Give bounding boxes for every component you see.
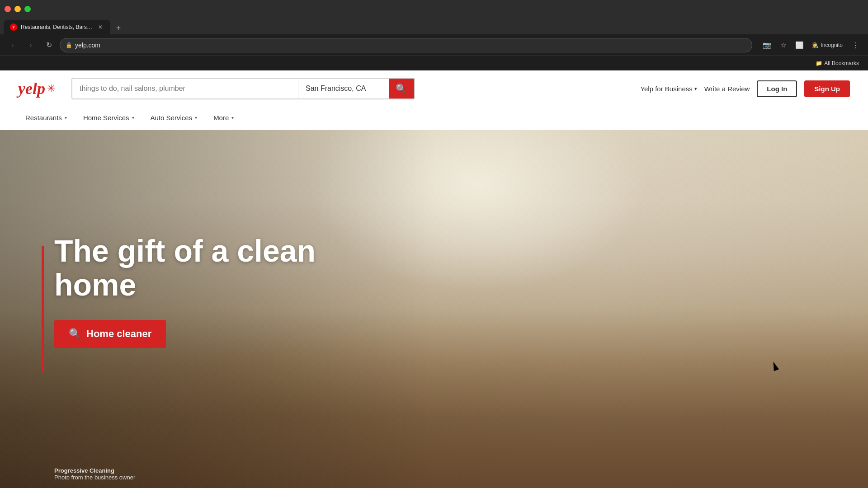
address-bar[interactable]: 🔒 yelp.com xyxy=(60,38,752,52)
hero-content: The gift of a clean home 🔍 Home cleaner xyxy=(0,130,868,488)
left-accent-bar xyxy=(42,246,44,372)
signup-button[interactable]: Sign Up xyxy=(804,80,850,97)
bookmarks-bar: 📁 All Bookmarks xyxy=(0,56,868,70)
back-button[interactable]: ‹ xyxy=(5,38,20,52)
browser-tabs: Y Restaurants, Dentists, Bars, Bea ✕ + xyxy=(0,18,868,34)
nav-home-services-label: Home Services xyxy=(83,114,129,122)
nav-more-chevron: ▾ xyxy=(231,115,234,120)
nav-auto-services-chevron: ▾ xyxy=(195,115,197,120)
forward-button[interactable]: › xyxy=(24,38,38,52)
nav-restaurants-chevron: ▾ xyxy=(65,115,67,120)
reload-button[interactable]: ↻ xyxy=(42,38,56,52)
incognito-label: Incognito xyxy=(821,42,843,48)
reload-icon: ↻ xyxy=(46,41,52,49)
search-container: 🔍 xyxy=(71,78,415,99)
menu-button[interactable]: ⋮ xyxy=(848,38,863,52)
browser-titlebar xyxy=(0,0,868,18)
hero-section: yelp ✳ 🔍 Yelp for Business ▾ Write a Rev… xyxy=(0,70,868,488)
search-icon: 🔍 xyxy=(396,83,407,94)
hero-title: The gift of a clean home xyxy=(54,234,326,302)
hero-title-line1: The gift of a clean xyxy=(54,234,316,268)
home-cleaner-button[interactable]: 🔍 Home cleaner xyxy=(54,320,166,348)
new-tab-button[interactable]: + xyxy=(112,22,125,34)
yelp-for-business-link[interactable]: Yelp for Business ▾ xyxy=(640,85,697,93)
all-bookmarks-label: All Bookmarks xyxy=(824,60,859,66)
browser-toolbar: ‹ › ↻ 🔒 yelp.com 📷̷ ☆ ⬜ 🕵 Incognito xyxy=(0,34,868,56)
lock-icon: 🔒 xyxy=(66,42,72,48)
active-tab[interactable]: Y Restaurants, Dentists, Bars, Bea ✕ xyxy=(4,20,110,34)
bookmarks-folder-icon: 📁 xyxy=(816,60,822,66)
login-button[interactable]: Log In xyxy=(757,80,797,97)
yelp-logo[interactable]: yelp ✳ xyxy=(18,79,55,98)
toolbar-actions: 📷̷ ☆ ⬜ 🕵 Incognito ⋮ xyxy=(760,38,863,52)
star-icon: ☆ xyxy=(780,41,786,49)
nav-item-restaurants[interactable]: Restaurants ▾ xyxy=(18,107,74,130)
hero-title-line2: home xyxy=(54,267,136,302)
home-cleaner-label: Home cleaner xyxy=(86,328,151,340)
tab-close-button[interactable]: ✕ xyxy=(97,23,104,31)
nav-item-auto-services[interactable]: Auto Services ▾ xyxy=(143,107,205,130)
photo-credit: Progressive Cleaning Photo from the busi… xyxy=(54,467,135,481)
split-view-button[interactable]: ⬜ xyxy=(792,38,807,52)
window-controls xyxy=(5,6,31,12)
photo-credit-caption: Photo from the business owner xyxy=(54,474,135,481)
nav-home-services-chevron: ▾ xyxy=(132,115,134,120)
search-what-input[interactable] xyxy=(72,79,298,99)
browser-chrome: Y Restaurants, Dentists, Bars, Bea ✕ + ‹… xyxy=(0,0,868,70)
header-actions: Yelp for Business ▾ Write a Review Log I… xyxy=(640,80,850,97)
search-button[interactable]: 🔍 xyxy=(389,79,414,99)
window-minimize-button[interactable] xyxy=(14,6,21,12)
incognito-indicator[interactable]: 🕵 Incognito xyxy=(808,40,846,50)
menu-icon: ⋮ xyxy=(852,41,859,49)
yelp-nav: Restaurants ▾ Home Services ▾ Auto Servi… xyxy=(0,107,868,130)
forward-icon: › xyxy=(29,41,32,49)
tab-title: Restaurants, Dentists, Bars, Bea xyxy=(21,24,93,30)
nav-restaurants-label: Restaurants xyxy=(25,114,62,122)
window-maximize-button[interactable] xyxy=(24,6,31,12)
star-button[interactable]: ☆ xyxy=(776,38,790,52)
yelp-for-business-chevron: ▾ xyxy=(694,86,697,92)
nav-auto-services-label: Auto Services xyxy=(151,114,193,122)
no-camera-icon: 📷̷ xyxy=(763,41,771,49)
nav-item-more[interactable]: More ▾ xyxy=(206,107,241,130)
split-view-icon: ⬜ xyxy=(795,41,804,49)
nav-item-home-services[interactable]: Home Services ▾ xyxy=(76,107,142,130)
bookmarks-container: 📁 All Bookmarks xyxy=(812,58,863,68)
home-cleaner-search-icon: 🔍 xyxy=(69,328,81,340)
photo-credit-name: Progressive Cleaning xyxy=(54,467,135,474)
yelp-for-business-label: Yelp for Business xyxy=(640,85,692,93)
back-icon: ‹ xyxy=(11,41,14,49)
address-text: yelp.com xyxy=(75,42,746,49)
incognito-icon: 🕵 xyxy=(812,42,819,48)
window-close-button[interactable] xyxy=(5,6,11,12)
nav-more-label: More xyxy=(213,114,229,122)
tab-favicon: Y xyxy=(10,23,17,31)
write-review-link[interactable]: Write a Review xyxy=(704,85,750,93)
no-camera-icon-btn[interactable]: 📷̷ xyxy=(760,38,774,52)
yelp-page: yelp ✳ 🔍 Yelp for Business ▾ Write a Rev… xyxy=(0,70,868,488)
search-where-input[interactable] xyxy=(298,79,389,99)
yelp-logo-burst-icon: ✳ xyxy=(47,83,55,94)
yelp-logo-text: yelp xyxy=(18,79,45,98)
all-bookmarks-item[interactable]: 📁 All Bookmarks xyxy=(812,58,863,68)
yelp-header: yelp ✳ 🔍 Yelp for Business ▾ Write a Rev… xyxy=(0,70,868,107)
